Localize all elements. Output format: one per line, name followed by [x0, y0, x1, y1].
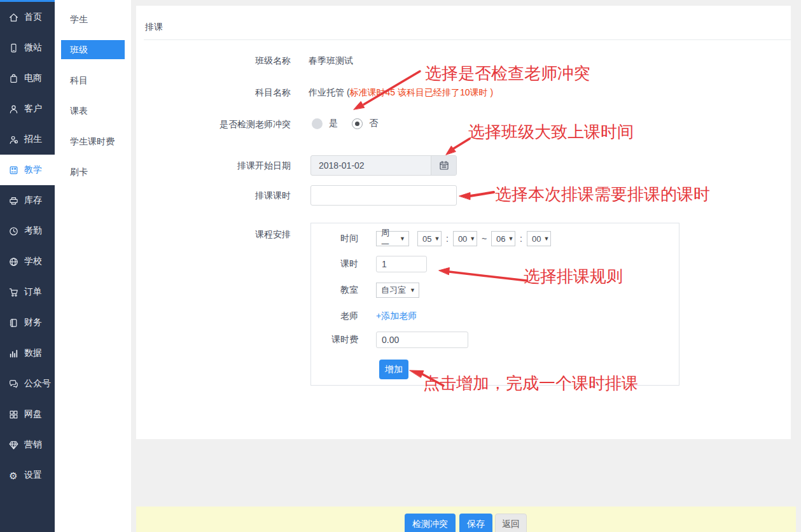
sidebar-item-data[interactable]: 数据	[0, 338, 55, 368]
sidebar-item-label: 招生	[24, 134, 42, 145]
sidebar-item-label: 教学	[24, 164, 42, 176]
fee-input[interactable]	[376, 332, 468, 348]
class-name-value: 春季班测试	[309, 55, 353, 67]
sidebar-item-ecommerce[interactable]: 电商	[0, 63, 55, 94]
globe-icon	[8, 256, 18, 267]
schedule-hours-row: 课时	[311, 256, 679, 272]
fee-label: 课时费	[311, 334, 358, 346]
schedule-label: 课程安排	[136, 229, 291, 241]
lesson-hours-label: 排课课时	[136, 190, 291, 202]
teacher-label: 老师	[311, 311, 358, 322]
time-colon: :	[520, 234, 522, 244]
sidebar-item-marketing[interactable]: 营销	[0, 430, 55, 460]
schedule-room-row: 教室 自习室▼	[311, 283, 679, 298]
sidebar-item-orders[interactable]: 订单	[0, 277, 55, 307]
teaching-icon	[8, 165, 18, 175]
room-select[interactable]: 自习室▼	[376, 283, 419, 298]
conflict-radio-group: 是 否	[312, 118, 392, 129]
sidebar-top-accent-bar	[0, 0, 55, 2]
calendar-icon[interactable]	[431, 156, 456, 175]
class-name-label: 班级名称	[136, 55, 291, 67]
radio-no[interactable]	[352, 118, 363, 129]
subject-name-value: 作业托管 (标准课时45 该科目已经排了10课时 )	[309, 87, 493, 99]
subnav-item-students[interactable]: 学生	[55, 4, 131, 34]
caret-down-icon: ▼	[470, 235, 475, 242]
sidebar-item-enrollment[interactable]: 招生	[0, 124, 55, 155]
schedule-teacher-row: 老师 +添加老师	[311, 311, 679, 322]
sidebar-item-microsite[interactable]: 微站	[0, 32, 55, 63]
ledger-icon	[8, 318, 18, 328]
sidebar-item-teaching[interactable]: 教学	[0, 155, 55, 185]
sidebar-item-school[interactable]: 学校	[0, 246, 55, 277]
sidebar-item-label: 订单	[24, 286, 42, 298]
radio-no-label[interactable]: 否	[369, 118, 378, 129]
back-button[interactable]: 返回	[495, 514, 527, 532]
inventory-icon	[8, 195, 18, 206]
sidebar-item-label: 数据	[24, 347, 42, 359]
sidebar-item-netdisk[interactable]: 网盘	[0, 399, 55, 430]
schedule-time-row: 时间 周一▼ 05▼ : 00▼ ~ 06▼ : 00▼	[311, 231, 679, 246]
sidebar-item-label: 微站	[24, 42, 42, 53]
caret-down-icon: ▼	[400, 235, 405, 242]
start-min-select[interactable]: 00▼	[453, 231, 477, 246]
sidebar-item-label: 学校	[24, 256, 42, 267]
sidebar-item-label: 考勤	[24, 225, 42, 237]
radio-yes-label[interactable]: 是	[329, 118, 338, 129]
room-label: 教室	[311, 284, 358, 296]
time-label: 时间	[311, 233, 358, 244]
weekday-select[interactable]: 周一▼	[376, 231, 409, 246]
chat-icon	[8, 379, 18, 389]
hours-input[interactable]	[376, 256, 427, 272]
sidebar-item-home[interactable]: 首页	[0, 2, 55, 32]
add-button[interactable]: 增加	[379, 360, 408, 379]
subnav-item-timetable[interactable]: 课表	[55, 95, 131, 126]
primary-nav: 首页 微站 电商 客户 招生 教学	[0, 0, 55, 491]
lesson-hours-input[interactable]	[310, 185, 457, 206]
subnav-item-card-swipe[interactable]: 刷卡	[55, 157, 131, 187]
start-hour-select[interactable]: 05▼	[417, 231, 442, 246]
annotation-conflict: 选择是否检查老师冲突	[425, 62, 590, 85]
sidebar-item-attendance[interactable]: 考勤	[0, 216, 55, 246]
sidebar-item-label: 设置	[24, 470, 42, 481]
sidebar-item-inventory[interactable]: 库存	[0, 185, 55, 216]
conflict-check-label: 是否检测老师冲突	[136, 119, 291, 130]
add-teacher-link[interactable]: +添加老师	[376, 311, 417, 322]
enrollment-icon	[8, 134, 18, 144]
shopping-bag-icon	[8, 73, 18, 83]
subnav-item-student-fees[interactable]: 学生课时费	[55, 126, 131, 157]
end-min-select[interactable]: 00▼	[527, 231, 551, 246]
check-conflict-button[interactable]: 检测冲突	[405, 514, 456, 532]
save-button[interactable]: 保存	[459, 514, 492, 532]
sidebar-item-label: 库存	[24, 195, 42, 206]
app-root: 首页 微站 电商 客户 招生 教学	[0, 0, 801, 532]
start-date-label: 排课开始日期	[136, 160, 291, 172]
diamond-icon	[8, 440, 18, 450]
radio-yes[interactable]	[312, 118, 323, 129]
annotation-add: 点击增加，完成一个课时排课	[423, 372, 638, 395]
bar-chart-icon	[8, 348, 18, 358]
sidebar-item-label: 公众号	[24, 378, 51, 389]
customer-icon	[8, 104, 18, 114]
schedule-fee-row: 课时费	[311, 332, 679, 348]
sidebar-item-customers[interactable]: 客户	[0, 94, 55, 124]
sidebar-item-label: 客户	[24, 103, 42, 115]
annotation-hours: 选择本次排课需要排课的课时	[495, 183, 710, 206]
sidebar-item-official-account[interactable]: 公众号	[0, 368, 55, 399]
sidebar-item-finance[interactable]: 财务	[0, 307, 55, 338]
start-date-picker[interactable]: 2018-01-02	[310, 155, 457, 176]
home-icon	[8, 12, 18, 22]
caret-down-icon: ▼	[434, 235, 440, 242]
sidebar-item-settings[interactable]: ⚙ 设置	[0, 460, 55, 491]
schedule-box: 时间 周一▼ 05▼ : 00▼ ~ 06▼ : 00▼ 课时 教室	[310, 223, 679, 386]
subnav-item-classes[interactable]: 班级	[61, 40, 125, 59]
cart-icon	[8, 287, 18, 297]
sidebar-item-label: 首页	[24, 11, 42, 23]
sidebar-item-label: 营销	[24, 439, 42, 451]
caret-down-icon: ▼	[508, 235, 514, 242]
subnav-item-subjects[interactable]: 科目	[55, 65, 131, 95]
sidebar-item-label: 财务	[24, 317, 42, 328]
mobile-icon	[8, 43, 18, 53]
subject-name-label: 科目名称	[136, 87, 291, 99]
footer-action-bar: 检测冲突 保存 返回	[136, 507, 796, 532]
end-hour-select[interactable]: 06▼	[491, 231, 515, 246]
